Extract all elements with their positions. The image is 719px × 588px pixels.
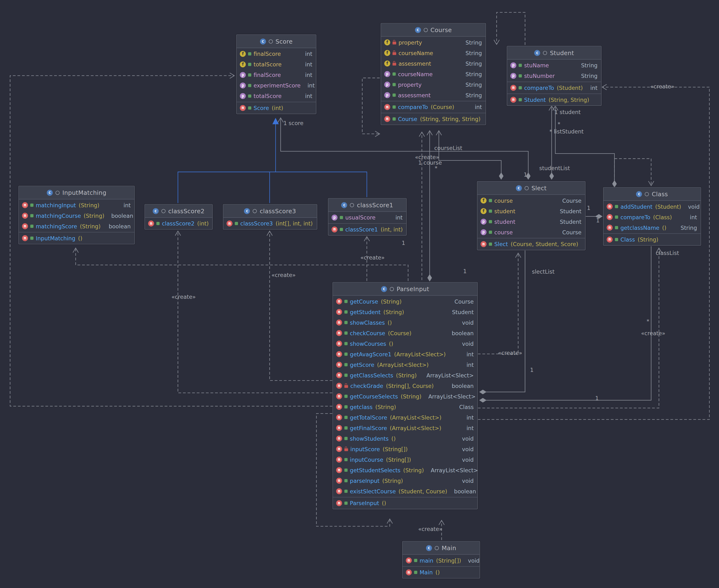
class-Score[interactable]: cScoreffinalScoreintftotalScoreintpfinal… (236, 34, 316, 114)
class-header[interactable]: cCourse (381, 23, 486, 37)
edge-solid (485, 246, 651, 400)
member-params: (ArrayList<Slect>) (394, 351, 446, 357)
class-header[interactable]: cStudent (507, 46, 601, 59)
class-classScore2[interactable]: cclassScore2mclassScore2(int) (145, 204, 213, 230)
visibility-icon (344, 300, 348, 303)
member-getclass[interactable]: mgetclass(String)Class (333, 402, 477, 412)
class-classScore1[interactable]: cclassScore1pusualScoreintmclassScore1(i… (328, 198, 407, 236)
member-getclassName[interactable]: mgetclassName()String (603, 222, 701, 233)
member-Student[interactable]: mStudent(String, String) (507, 94, 601, 105)
class-header[interactable]: cclassScore2 (145, 204, 212, 217)
member-finalScore[interactable]: ffinalScoreint (237, 49, 316, 59)
member-checkGrade[interactable]: mcheckGrade(String[], Course)boolean (333, 380, 477, 391)
method-icon: m (406, 558, 412, 564)
member-totalScore[interactable]: ptotalScoreint (237, 91, 316, 101)
member-usualScore[interactable]: pusualScoreint (328, 212, 406, 223)
member-classScore3[interactable]: mclassScore3(int[], int, int) (223, 218, 317, 229)
member-compareTo[interactable]: mcompareTo(Student)int (507, 82, 601, 93)
member-getFinalScore[interactable]: mgetFinalScore(ArrayList<Slect>)int (333, 423, 477, 433)
member-property[interactable]: fpropertyString (381, 37, 486, 48)
method-icon: m (148, 220, 154, 227)
member-inputScore[interactable]: minputScore(String[])void (333, 444, 477, 454)
member-Main[interactable]: mMain() (403, 567, 479, 578)
member-InputMatching[interactable]: mInputMatching() (19, 233, 134, 244)
constructor-section: mStudent(String, String) (507, 93, 601, 105)
member-getAvagScore1[interactable]: mgetAvagScore1(ArrayList<Slect>)int (333, 349, 477, 359)
member-existSlectCourse[interactable]: mexistSlectCourse(Student, Course)boolea… (333, 486, 477, 497)
diagram-canvas[interactable]: cScoreffinalScoreintftotalScoreintpfinal… (0, 0, 719, 588)
constructor-section: mclassScore1(int, int) (328, 223, 406, 235)
class-Student[interactable]: cStudentpstuNameStringpstuNumberStringmc… (507, 46, 601, 106)
class-InputMatching[interactable]: cInputMatchingmmatchingInput(String)intm… (18, 186, 135, 245)
member-main[interactable]: mmain(String[])void (403, 555, 479, 566)
member-getTotalScore[interactable]: mgetTotalScore(ArrayList<Slect>)int (333, 412, 477, 423)
method-icon: m (336, 467, 342, 473)
member-Score[interactable]: mScore(int) (237, 103, 316, 113)
member-inputCourse[interactable]: minputCourse(String[])void (333, 454, 477, 465)
class-icon: c (415, 27, 421, 33)
member-classScore1[interactable]: mclassScore1(int, int) (328, 224, 406, 235)
member-matchingCourse[interactable]: mmatchingCourse(String)boolean (19, 210, 134, 221)
member-showStudents[interactable]: mshowStudents()void (333, 433, 477, 444)
member-course[interactable]: pcourseCourse (477, 227, 585, 237)
class-classScore3[interactable]: cclassScore3mclassScore3(int[], int, int… (223, 204, 317, 230)
member-assessment[interactable]: fassessmentString (381, 58, 486, 69)
member-matchingScore[interactable]: mmatchingScore(String)boolean (19, 221, 134, 231)
member-courseName[interactable]: pcourseNameString (381, 69, 486, 79)
member-parseInput[interactable]: mparseInput(String)void (333, 476, 477, 486)
member-stuName[interactable]: pstuNameString (507, 60, 601, 71)
visibility-icon (248, 106, 251, 109)
member-getStudent[interactable]: mgetStudent(String)Student (333, 307, 477, 317)
member-getCourseSelects[interactable]: mgetCourseSelects(String)ArrayList<Slect… (333, 391, 477, 402)
member-student[interactable]: fstudentStudent (477, 206, 585, 216)
class-Class[interactable]: cClassmaddStudent(Student)voidmcompareTo… (603, 187, 701, 246)
member-type: String (461, 82, 482, 88)
member-finalScore[interactable]: pfinalScoreint (237, 70, 316, 80)
visibility-icon (248, 63, 251, 66)
class-header[interactable]: cMain (403, 542, 479, 555)
member-course[interactable]: fcourseCourse (477, 195, 585, 206)
class-Course[interactable]: cCoursefpropertyStringfcourseNameStringf… (381, 23, 486, 125)
member-property[interactable]: ppropertyString (381, 79, 486, 90)
member-matchingInput[interactable]: mmatchingInput(String)int (19, 200, 134, 210)
member-Class[interactable]: mClass(String) (603, 234, 701, 245)
member-getClassSelects[interactable]: mgetClassSelects(String)ArrayList<Slect> (333, 370, 477, 380)
class-Slect[interactable]: cSlectfcourseCoursefstudentStudentpstude… (477, 181, 586, 250)
class-Main[interactable]: cMainmmain(String[])voidmMain() (402, 541, 480, 579)
class-header[interactable]: cScore (237, 35, 316, 48)
member-addStudent[interactable]: maddStudent(Student)void (603, 201, 701, 212)
class-header[interactable]: cclassScore3 (223, 204, 317, 217)
create-label: «create» (418, 526, 443, 532)
member-experimentScore[interactable]: pexperimentScoreint (237, 80, 316, 91)
member-checkCourse[interactable]: mcheckCourse(Course)boolean (333, 328, 477, 338)
method-icon: m (336, 383, 342, 389)
member-compareTo[interactable]: mcompareTo(Class)int (603, 212, 701, 222)
class-header[interactable]: cClass (603, 188, 701, 201)
member-getStudentSelects[interactable]: mgetStudentSelects(String)ArrayList<Slec… (333, 465, 477, 476)
member-classScore2[interactable]: mclassScore2(int) (145, 218, 212, 229)
class-header[interactable]: cclassScore1 (328, 198, 406, 212)
member-getCourse[interactable]: mgetCourse(String)Course (333, 296, 477, 307)
class-header[interactable]: cInputMatching (19, 186, 134, 200)
class-ParseInput[interactable]: cParseInputmgetCourse(String)CoursemgetS… (332, 282, 478, 509)
member-assessment[interactable]: passessmentString (381, 90, 486, 100)
member-Course[interactable]: mCourse(String, String, String) (381, 113, 486, 124)
visibility-icon (393, 83, 396, 86)
member-showClasses[interactable]: mshowClasses()void (333, 317, 477, 328)
member-totalScore[interactable]: ftotalScoreint (237, 59, 316, 70)
class-header[interactable]: cSlect (477, 182, 585, 195)
member-Slect[interactable]: mSlect(Course, Student, Score) (477, 239, 585, 249)
member-student[interactable]: pstudentStudent (477, 216, 585, 227)
member-ParseInput[interactable]: mParseInput() (333, 498, 477, 508)
member-showCourses[interactable]: mshowCourses()void (333, 338, 477, 349)
member-type: void (683, 204, 700, 210)
member-stuNumber[interactable]: pstuNumberString (507, 71, 601, 81)
member-courseName[interactable]: fcourseNameString (381, 48, 486, 58)
multiplicity-label: studentList (539, 165, 570, 172)
members-section: mgetCourse(String)CoursemgetStudent(Stri… (333, 296, 477, 497)
class-header[interactable]: cParseInput (333, 282, 477, 296)
member-compareTo[interactable]: mcompareTo(Course)int (381, 102, 486, 112)
member-type: int (391, 214, 403, 221)
member-getScore[interactable]: mgetScore(ArrayList<Slect>)int (333, 359, 477, 370)
modifier-icon (269, 39, 273, 43)
